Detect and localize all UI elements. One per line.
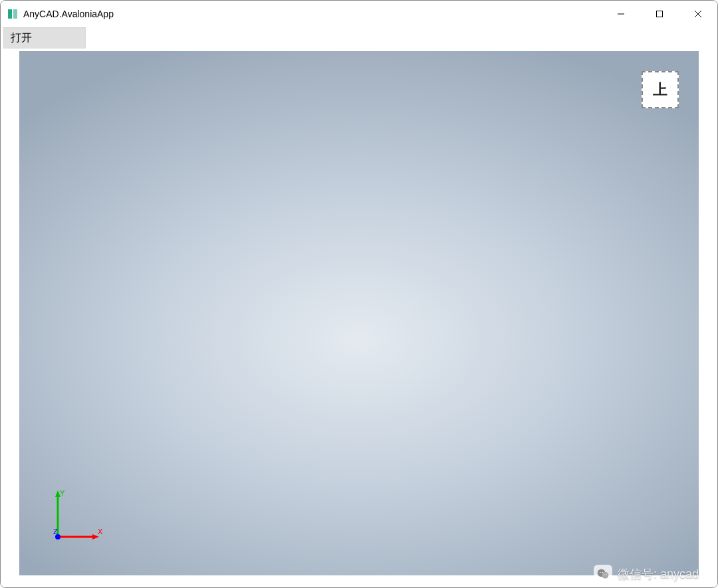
axis-y-label: Y <box>60 489 65 497</box>
close-button[interactable] <box>679 1 717 27</box>
axis-z-label: Z <box>53 528 58 536</box>
view-cube[interactable]: 上 <box>642 71 679 108</box>
svg-rect-3 <box>657 11 663 17</box>
open-menu-button[interactable]: 打开 <box>3 27 86 49</box>
app-window: AnyCAD.AvaloniaApp 打开 上 <box>0 0 718 588</box>
svg-rect-0 <box>8 9 12 19</box>
viewport-container: 上 Y X Z <box>1 49 717 587</box>
viewport-3d[interactable]: 上 Y X Z <box>19 51 699 575</box>
view-cube-face-label: 上 <box>653 80 667 100</box>
axis-x-label: X <box>98 528 103 536</box>
svg-point-13 <box>600 572 601 573</box>
watermark: 微信号: anycad <box>594 565 699 583</box>
watermark-text: 微信号: anycad <box>618 566 699 582</box>
menubar: 打开 <box>1 27 717 49</box>
svg-point-15 <box>604 574 604 575</box>
window-title: AnyCAD.AvaloniaApp <box>23 9 114 19</box>
app-icon <box>7 9 18 19</box>
svg-point-16 <box>606 574 606 575</box>
svg-rect-1 <box>13 9 17 19</box>
minimize-button[interactable] <box>602 1 640 27</box>
maximize-button[interactable] <box>640 1 679 27</box>
window-controls <box>602 1 717 27</box>
svg-point-14 <box>602 572 603 573</box>
titlebar: AnyCAD.AvaloniaApp <box>1 1 717 27</box>
axis-gizmo[interactable]: Y X Z <box>46 489 106 549</box>
svg-point-12 <box>602 572 608 579</box>
wechat-icon <box>594 565 612 583</box>
